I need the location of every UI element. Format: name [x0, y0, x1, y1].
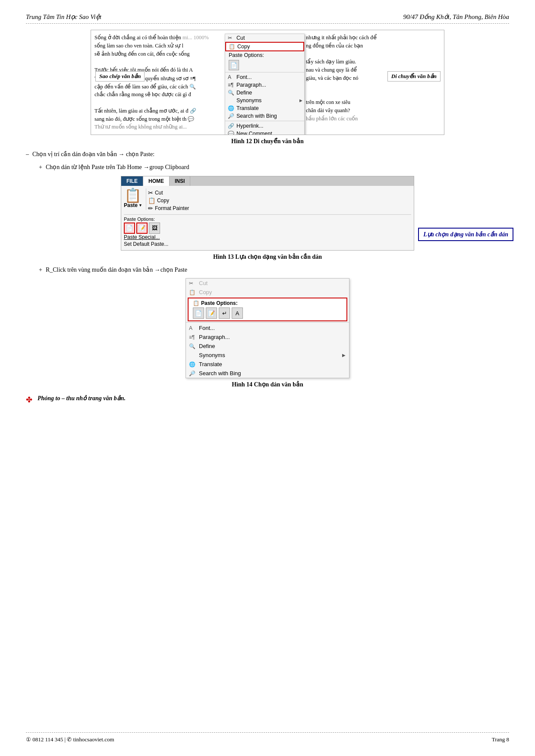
- ctx2-sep1: [186, 322, 349, 323]
- ctx2-synonyms[interactable]: Synonyms: [186, 351, 349, 360]
- ribbon-tabs: FILE HOME INSI: [121, 176, 414, 186]
- copy-icon2: 📋: [148, 197, 155, 204]
- translate-icon2: 🌐: [189, 361, 195, 367]
- fig12-text-line9: sang nào đó, được sống trong một biệt th…: [94, 115, 233, 123]
- cut-copy-area: ✂ Cut 📋 Copy ✏ Format Painter: [148, 188, 189, 213]
- ctx2-define[interactable]: 🔍 Define: [186, 342, 349, 351]
- paste-icon-merge[interactable]: 📝: [136, 223, 148, 234]
- cut-item[interactable]: ✂ Cut: [148, 189, 189, 196]
- final-bullet: ✤ Phóng to – thu nhỏ trang văn bản.: [26, 393, 509, 407]
- fig12-right-line1: nhưng it nhất phải học cách để: [306, 34, 441, 42]
- fig13-caption-num: Hình 13: [213, 254, 234, 260]
- fig14-caption-num: Hình 14: [232, 381, 252, 388]
- paste-big-icon[interactable]: 📋: [124, 188, 142, 202]
- header-right: 90/47 Đồng Khởi, Tân Phong, Biên Hòa: [403, 13, 510, 21]
- header-left: Trung Tâm Tin Học Sao Việt: [26, 13, 101, 21]
- copy-icon: 📋: [229, 44, 235, 50]
- ctx2-font[interactable]: A Font...: [186, 323, 349, 333]
- cm-translate[interactable]: 🌐 Translate: [225, 104, 304, 112]
- font-icon2: A: [189, 325, 192, 331]
- paste-icon-1[interactable]: 📄: [229, 60, 239, 70]
- fleur-icon: ✤: [26, 393, 32, 407]
- cut-icon2: ✂: [148, 189, 153, 196]
- lua-chon-label-wrapper: Lựa chọn dạng văn bản cần dán: [418, 198, 513, 241]
- define-icon: 🔍: [228, 90, 234, 96]
- di-chuyen-label: Di chuyển văn bản: [387, 71, 441, 82]
- cm-search-bing[interactable]: 🔎 Search with Bing: [225, 112, 304, 120]
- paste-icon-keep-source[interactable]: 📄: [124, 223, 135, 234]
- tab-home[interactable]: HOME: [143, 176, 170, 186]
- bullet1-text: Chọn vị trí cần dán đoạn văn bản → chọn …: [32, 149, 154, 160]
- cm-paste-label: Paste Options:: [225, 51, 304, 59]
- fig12-right-line6: trên một con xe siêu: [306, 98, 441, 107]
- bullet-1-1: + Chọn dán từ lệnh Paste trên Tab Home g…: [39, 162, 509, 173]
- fig12-text-line7: chắc chắn rằng mong sẽ học được cái gì đ: [94, 91, 233, 99]
- fig13-caption-text: Lựa chọn dạng văn bản cần dán: [234, 254, 322, 260]
- ctx2-paragraph[interactable]: ≡¶ Paragraph...: [186, 333, 349, 342]
- ctx2-paste-options: 📋 Paste Options: 📄 📝 ↵ A: [188, 298, 347, 321]
- fig12-text-line6: cập đến vấn đề làm sao để giàu, các cách…: [94, 83, 233, 91]
- define-icon2: 🔍: [189, 343, 195, 349]
- page-footer: ① 0812 114 345 | ✆ tinhocsaoviet.com Tra…: [26, 732, 509, 743]
- cm-copy[interactable]: 📋 Copy: [225, 42, 304, 51]
- paste-icon-picture[interactable]: 🖼: [149, 223, 160, 234]
- ctx2-paste-icon2[interactable]: 📝: [206, 307, 217, 319]
- tab-file[interactable]: FILE: [121, 176, 143, 186]
- bullet1-1-text: Chọn dán từ lệnh Paste trên Tab Home gro…: [46, 162, 189, 173]
- figure-14-box: ✂ Cut 📋 Copy 📋 Paste Options: 📄 📝 ↵ A: [186, 278, 349, 378]
- tab-insi[interactable]: INSI: [170, 176, 190, 186]
- fig12-right-line7: chân dài vây quanh?: [306, 107, 441, 115]
- copy-icon3: 📋: [189, 289, 195, 295]
- format-painter-icon: ✏: [148, 205, 153, 212]
- ribbon-body: 📋 Paste ▼ ✂ Cut: [121, 186, 414, 250]
- fig12-right-line3: tẩy sách dạy làm giàu.: [306, 58, 441, 66]
- ctx2-translate[interactable]: 🌐 Translate: [186, 360, 349, 369]
- ctx2-paste-title: 📋 Paste Options:: [193, 300, 342, 306]
- fig12-caption-text: Di chuyển văn bản: [252, 138, 304, 144]
- fig12-text-line3: sẽ ảnh hưởng đến con cái, đến cuộc sống: [94, 50, 233, 58]
- paragraph-icon2: ≡¶: [189, 334, 195, 340]
- page-header: Trung Tâm Tin Học Sao Việt 90/47 Đồng Kh…: [26, 13, 509, 24]
- paste-icons-row: 📄 📝 🖼: [124, 223, 411, 234]
- ctx2-paste-icon4[interactable]: A: [232, 307, 243, 319]
- fig12-text-line1: Sống ở đời chắng ai có thể hoàn thiện mi…: [94, 34, 233, 42]
- ribbon-paste-options: Paste Options: 📄 📝 🖼 Paste Special... Se…: [124, 214, 411, 248]
- fig12-caption-num: Hình 12: [231, 138, 252, 144]
- cm-new-comment[interactable]: 💬 New Comment: [225, 130, 304, 135]
- ctx2-paste-icon1[interactable]: 📄: [193, 307, 204, 319]
- fig12-right-line8: hầu phần lớn các cuốn: [306, 115, 441, 123]
- bullet-1-2: + R_Click trên vùng muốn dán đoạn văn bả…: [39, 265, 509, 275]
- fig12-text-line8: Tất nhiên, làm giàu ai chẳng mơ ước, ai …: [94, 107, 233, 115]
- bing-icon: 🔎: [228, 113, 234, 119]
- paste-options-title: Paste Options:: [124, 216, 155, 222]
- paste-button-label[interactable]: Paste ▼: [124, 202, 142, 208]
- paste-section: 📋 Paste ▼: [124, 188, 146, 210]
- set-default-link[interactable]: Set Default Paste...: [124, 241, 411, 248]
- figure-13-wrapper: FILE HOME INSI 📋 Paste ▼: [121, 176, 414, 251]
- cm-cut[interactable]: ✂ Cut: [225, 34, 304, 42]
- cut-icon: ✂: [228, 35, 232, 41]
- paragraph-icon: ≡¶: [228, 82, 233, 88]
- cut-icon3: ✂: [189, 280, 193, 286]
- bullet1-2-text: R_Click trên vùng muốn dán đoạn văn bản …: [46, 265, 187, 275]
- cm-sep1: [225, 72, 304, 72]
- cm-paragraph[interactable]: ≡¶ Paragraph...: [225, 81, 304, 89]
- ctx2-cut: ✂ Cut: [186, 279, 349, 288]
- format-painter-item[interactable]: ✏ Format Painter: [148, 205, 189, 212]
- lua-chon-label: Lựa chọn dạng văn bản cần dán: [418, 228, 513, 241]
- cm-sep2: [225, 121, 304, 121]
- ctx2-paste-icon3[interactable]: ↵: [219, 307, 230, 319]
- cm-synonyms[interactable]: Synonyms: [225, 97, 304, 104]
- comment-icon: 💬: [228, 131, 234, 135]
- copy-item[interactable]: 📋 Copy: [148, 197, 189, 204]
- cm-hyperlink[interactable]: 🔗 Hyperlink...: [225, 122, 304, 130]
- cm-define[interactable]: 🔍 Define: [225, 89, 304, 97]
- cm-font[interactable]: A Font...: [225, 73, 304, 81]
- paste-special-link[interactable]: Paste Special...: [124, 234, 411, 241]
- font-icon: A: [228, 74, 231, 80]
- paste-icon-sm: 📋: [193, 300, 199, 306]
- ribbon-row1: 📋 Paste ▼ ✂ Cut: [124, 188, 411, 213]
- bing-icon2: 🔎: [189, 370, 195, 376]
- ctx2-search-bing[interactable]: 🔎 Search with Bing: [186, 369, 349, 378]
- figure-12-box: Sống ở đời chắng ai có thể hoàn thiện mi…: [91, 30, 444, 135]
